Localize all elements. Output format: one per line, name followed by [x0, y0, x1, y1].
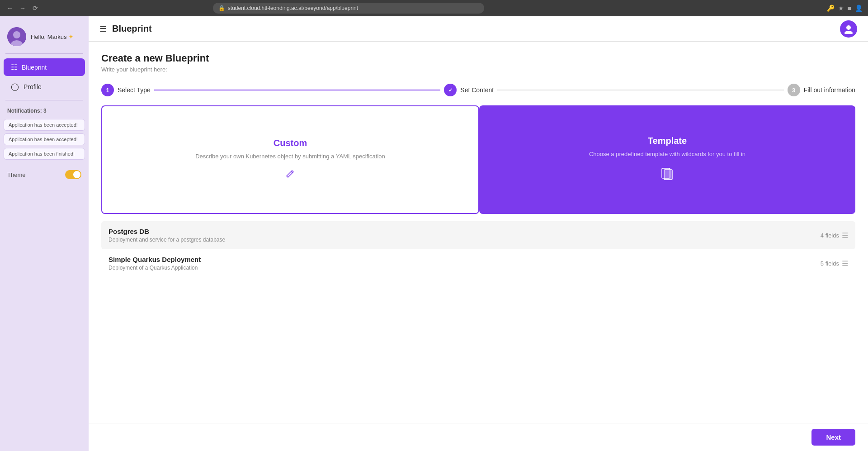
profile-nav-icon: ◯ [11, 82, 19, 91]
template-fields-1: 5 fields ☰ [821, 259, 848, 268]
step-line-1 [154, 90, 440, 90]
theme-row: Theme [0, 165, 89, 185]
template-fields-0: 4 fields ☰ [821, 231, 848, 240]
template-fields-count-0: 4 fields [821, 232, 839, 239]
sidebar-item-blueprint[interactable]: ☷ Blueprint [4, 58, 85, 76]
step-1-circle: 1 [101, 84, 114, 96]
step-2-label: Set Content [460, 86, 494, 94]
fields-icon-1: ☰ [842, 259, 848, 268]
key-icon: 🔑 [827, 5, 835, 12]
fields-icon-0: ☰ [842, 231, 848, 240]
bookmark-icon: ★ [838, 5, 844, 12]
forward-button[interactable]: → [18, 4, 27, 13]
template-title-1: Simple Quarkus Deployment [108, 256, 201, 263]
step-3-label: Fill out information [804, 86, 855, 94]
reload-button[interactable]: ⟳ [31, 4, 40, 13]
star-icon: ✦ [68, 33, 74, 40]
page-subtitle: Write your blueprint here: [101, 66, 855, 73]
next-button[interactable]: Next [811, 429, 855, 446]
header-avatar[interactable] [840, 20, 857, 38]
top-header: ☰ Blueprint [89, 16, 868, 42]
app-container: Hello, Markus ✦ ☷ Blueprint ◯ Profile No… [0, 16, 868, 451]
page-content: Create a new Blueprint Write your bluepr… [89, 42, 868, 423]
divider-1 [5, 53, 83, 54]
hamburger-icon[interactable]: ☰ [99, 24, 107, 34]
theme-toggle-dot [73, 171, 80, 178]
card-template-desc: Choose a predefined template with wildca… [589, 151, 745, 157]
divider-2 [5, 100, 83, 100]
url-text: student.cloud.htl-leonding.ac.at/beeyond… [228, 5, 358, 11]
card-template-icon [660, 166, 675, 184]
notification-item-3[interactable]: Application has been finished! [4, 148, 85, 160]
template-fields-count-1: 5 fields [821, 260, 839, 267]
card-custom[interactable]: Custom Describe your own Kubernetes obje… [101, 105, 479, 214]
page-heading: Create a new Blueprint [101, 52, 855, 64]
template-row-1[interactable]: Simple Quarkus Deployment Deployment of … [101, 249, 855, 277]
sidebar-blueprint-label: Blueprint [22, 64, 47, 71]
blueprint-nav-icon: ☷ [11, 63, 17, 71]
browser-chrome: ← → ⟳ 🔒 student.cloud.htl-leonding.ac.at… [0, 0, 868, 16]
theme-toggle[interactable] [65, 170, 81, 179]
avatar [7, 27, 26, 46]
main-content: ☰ Blueprint Create a new Blueprint Write… [89, 16, 868, 451]
card-custom-icon [285, 169, 295, 181]
notifications-label: Notifications: 3 [0, 104, 89, 118]
page-title: Blueprint [112, 24, 152, 34]
theme-label: Theme [7, 171, 25, 178]
template-row-0[interactable]: Postgres DB Deployment and service for a… [101, 221, 855, 249]
step-1-label: Select Type [118, 86, 151, 94]
step-1: 1 Select Type [101, 84, 151, 96]
card-custom-title: Custom [274, 138, 307, 148]
card-custom-desc: Describe your own Kubernetes object by s… [195, 153, 385, 160]
card-template[interactable]: Template Choose a predefined template wi… [479, 105, 855, 214]
step-3-circle: 3 [788, 84, 800, 96]
sidebar-profile-label: Profile [24, 83, 42, 90]
extension-icon: ■ [848, 5, 851, 12]
svg-rect-6 [664, 170, 672, 180]
template-list: Postgres DB Deployment and service for a… [101, 221, 855, 277]
template-title-0: Postgres DB [108, 228, 225, 235]
template-info-1: Simple Quarkus Deployment Deployment of … [108, 256, 201, 271]
step-line-2 [497, 90, 783, 90]
step-2: ✓ Set Content [444, 84, 494, 96]
sidebar: Hello, Markus ✦ ☷ Blueprint ◯ Profile No… [0, 16, 89, 451]
step-2-circle: ✓ [444, 84, 457, 96]
svg-point-1 [13, 31, 20, 38]
sidebar-user: Hello, Markus ✦ [0, 24, 89, 53]
svg-point-4 [844, 31, 853, 34]
template-desc-1: Deployment of a Quarkus Application [108, 265, 201, 271]
user-profile-icon: 👤 [855, 5, 863, 12]
notification-item-2[interactable]: Application has been accepted! [4, 133, 85, 145]
card-template-title: Template [648, 136, 687, 146]
bottom-bar: Next [89, 423, 868, 451]
cards-row: Custom Describe your own Kubernetes obje… [101, 105, 855, 214]
svg-point-3 [846, 25, 851, 30]
greeting-text: Hello, Markus [31, 33, 66, 40]
step-3: 3 Fill out information [788, 84, 855, 96]
user-greeting: Hello, Markus ✦ [31, 33, 74, 40]
lock-icon: 🔒 [218, 5, 225, 11]
browser-toolbar-icons: 🔑 ★ ■ 👤 [827, 5, 863, 12]
address-bar[interactable]: 🔒 student.cloud.htl-leonding.ac.at/beeyo… [213, 3, 484, 14]
template-info-0: Postgres DB Deployment and service for a… [108, 228, 225, 243]
sidebar-item-profile[interactable]: ◯ Profile [4, 78, 85, 95]
stepper: 1 Select Type ✓ Set Content 3 Fill out i… [101, 84, 855, 96]
back-button[interactable]: ← [5, 4, 14, 13]
notification-item-1[interactable]: Application has been accepted! [4, 119, 85, 131]
template-desc-0: Deployment and service for a postgres da… [108, 237, 225, 243]
